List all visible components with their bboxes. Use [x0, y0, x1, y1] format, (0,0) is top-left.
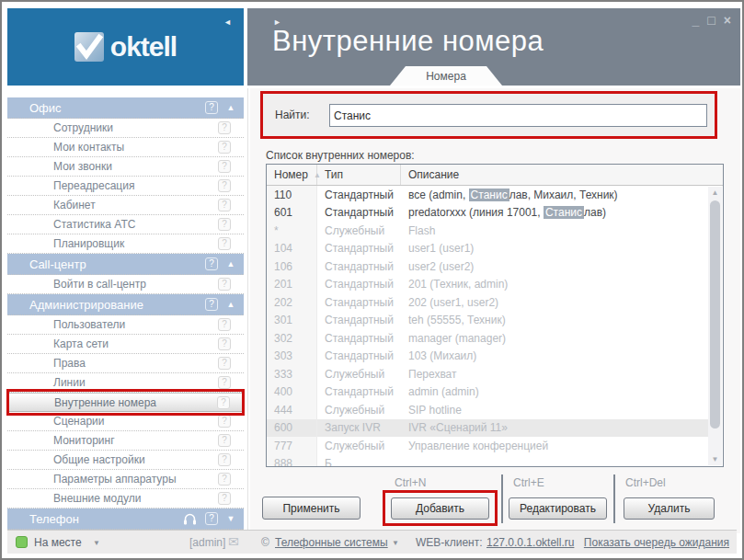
web-client-link[interactable]: 127.0.0.1.oktell.ru [486, 536, 574, 549]
help-icon[interactable]: ? [218, 318, 231, 331]
table-row[interactable]: 110Стандартныйвсе (admin, Станислав, Мих… [267, 186, 709, 204]
sidebar-item-monitoring[interactable]: Мониторинг? [7, 431, 244, 451]
tab-numbers[interactable]: Номера [390, 66, 502, 86]
table-row[interactable]: 777СлужебныйУправление конференцией [267, 437, 709, 455]
sidebar-item-rights[interactable]: Права? [7, 354, 244, 373]
sidebar-item-internal-numbers[interactable]: Внутренние номера? [7, 393, 244, 412]
help-icon[interactable]: ? [218, 141, 231, 154]
sidebar-section-call-center[interactable]: Call-центр?▲ [7, 254, 244, 275]
collapse-left-icon[interactable]: ◄ [223, 18, 232, 27]
cell-type: Стандартный [317, 260, 401, 273]
sidebar-item-scenarios[interactable]: Сценарии? [7, 412, 244, 431]
minimize-icon[interactable]: _ [692, 14, 700, 27]
help-icon[interactable]: ? [217, 396, 230, 409]
scroll-up-icon[interactable]: ▲ [708, 187, 722, 199]
help-icon[interactable]: ? [205, 512, 218, 525]
company-dropdown-icon[interactable]: ▼ [392, 539, 399, 547]
sidebar-item-label: Сотрудники [53, 121, 218, 134]
help-icon[interactable]: ? [218, 415, 231, 428]
help-icon[interactable]: ? [218, 237, 231, 250]
help-icon[interactable]: ? [218, 357, 231, 370]
table-row[interactable]: 106Стандартныйuser2 (user2) [267, 257, 709, 276]
cell-type: Служебный [317, 368, 401, 381]
apply-button[interactable]: Применить [262, 497, 361, 520]
table-row[interactable]: 888Б [267, 455, 709, 467]
cell-number: 444 [267, 401, 317, 419]
help-icon[interactable]: ? [218, 453, 231, 466]
table-row[interactable]: 202Стандартный202 (user1, user2) [267, 293, 709, 312]
help-icon[interactable]: ? [205, 257, 218, 270]
help-icon[interactable]: ? [218, 218, 231, 231]
sidebar-item-network-map[interactable]: Карта сети? [7, 335, 244, 354]
help-icon[interactable]: ? [218, 199, 231, 211]
sidebar-item-users[interactable]: Пользователи? [7, 315, 244, 335]
sidebar-item-my-contacts[interactable]: Мои контакты? [7, 138, 244, 157]
sidebar-item-label: Мониторинг [53, 434, 218, 447]
column-header-description[interactable]: Описание [401, 165, 723, 185]
sidebar-item-atc-statistics[interactable]: Статистика АТС? [7, 215, 244, 234]
presence-dropdown-icon[interactable]: ▼ [93, 539, 100, 547]
maximize-icon[interactable]: □ [707, 14, 715, 27]
help-icon[interactable]: ? [205, 101, 218, 114]
help-icon[interactable]: ? [218, 278, 231, 291]
cell-type: Стандартный [317, 385, 401, 398]
help-icon[interactable]: ? [218, 121, 231, 134]
table-row[interactable]: 400Стандартныйadmin (admin) [267, 383, 709, 402]
sidebar-item-enter-call-center[interactable]: Войти в call-центр? [7, 275, 244, 294]
help-icon[interactable]: ? [218, 434, 231, 447]
envelope-icon[interactable]: ✉ [228, 534, 239, 549]
table-row[interactable]: 302Стандартныйmanager (manager) [267, 329, 709, 348]
sidebar-item-scheduler[interactable]: Планировщик? [7, 234, 244, 254]
help-icon[interactable]: ? [218, 376, 231, 389]
sidebar-section-phone[interactable]: Телефон?▼ [7, 509, 244, 530]
chevron-down-icon[interactable]: ▼ [225, 514, 236, 523]
help-icon[interactable]: ? [218, 179, 231, 192]
table-row[interactable]: 444СлужебныйSIP hotline [267, 401, 709, 419]
scroll-down-icon[interactable]: ▼ [708, 453, 722, 465]
help-icon[interactable]: ? [218, 473, 231, 486]
cell-description: 202 (user1, user2) [401, 296, 709, 309]
company-link[interactable]: Телефонные системы [275, 536, 388, 549]
sidebar-item-hardware-params[interactable]: Параметры аппаратуры? [7, 470, 244, 489]
table-row[interactable]: *СлужебныйFlash [267, 222, 709, 240]
sidebar-item-lines[interactable]: Линии? [7, 373, 244, 393]
sidebar-item-external-modules[interactable]: Внешние модули? [7, 489, 244, 509]
delete-button[interactable]: Удалить [624, 497, 715, 520]
sidebar-item-my-calls[interactable]: Мои звонки? [7, 157, 244, 177]
presence-status-icon[interactable] [16, 536, 28, 548]
column-header-number[interactable]: Номер ▲ [267, 165, 317, 185]
chevron-up-icon[interactable]: ▲ [225, 103, 236, 112]
edit-button[interactable]: Редактировать [509, 497, 607, 520]
presence-label[interactable]: На месте [34, 536, 82, 549]
table-row[interactable]: 333СлужебныйПерехват [267, 365, 709, 383]
table-row[interactable]: 104Стандартныйuser1 (user1) [267, 240, 709, 258]
table-scrollbar[interactable]: ▲ ▼ [708, 187, 722, 465]
help-icon[interactable]: ? [205, 298, 218, 311]
chevron-up-icon[interactable]: ▲ [225, 259, 236, 269]
scrollbar-thumb[interactable] [710, 200, 720, 429]
close-icon[interactable]: × [724, 14, 731, 27]
table-row[interactable]: 201Стандартный201 (Техник, admin) [267, 276, 709, 294]
help-icon[interactable]: ? [218, 492, 231, 505]
sidebar-section-administration[interactable]: Администрирование?▲ [7, 294, 244, 315]
help-icon[interactable]: ? [218, 337, 231, 350]
table-row[interactable]: 303Стандартный103 (Михаил) [267, 348, 709, 366]
cell-type: Служебный [317, 440, 401, 452]
sidebar-item-forwarding[interactable]: Переадресация? [7, 177, 244, 196]
sidebar-item-general-settings[interactable]: Общие настройки? [7, 451, 244, 470]
sidebar-item-employees[interactable]: Сотрудники? [7, 119, 244, 138]
table-row[interactable]: 601Стандартныйpredatorxxx (линия 17001, … [267, 204, 709, 223]
chevron-up-icon[interactable]: ▲ [225, 300, 236, 309]
sidebar-item-label: Линии [53, 376, 218, 389]
sidebar-item-cabinet[interactable]: Кабинет? [7, 196, 244, 215]
help-icon[interactable]: ? [218, 160, 231, 173]
table-row[interactable]: 600Запуск IVRIVR «Сценарий 11» [267, 419, 709, 438]
add-button[interactable]: Добавить [391, 497, 489, 520]
column-header-type[interactable]: Тип [317, 165, 401, 185]
show-queue-link[interactable]: Показать очередь ожидания [584, 536, 729, 549]
search-input[interactable] [329, 104, 707, 127]
table-row[interactable]: 301Стандартныйteh (55555, Техник) [267, 312, 709, 330]
sidebar-item-label: Мои контакты [53, 141, 218, 154]
cell-type: Служебный [317, 404, 401, 417]
sidebar-section-office[interactable]: Офис?▲ [7, 97, 244, 119]
